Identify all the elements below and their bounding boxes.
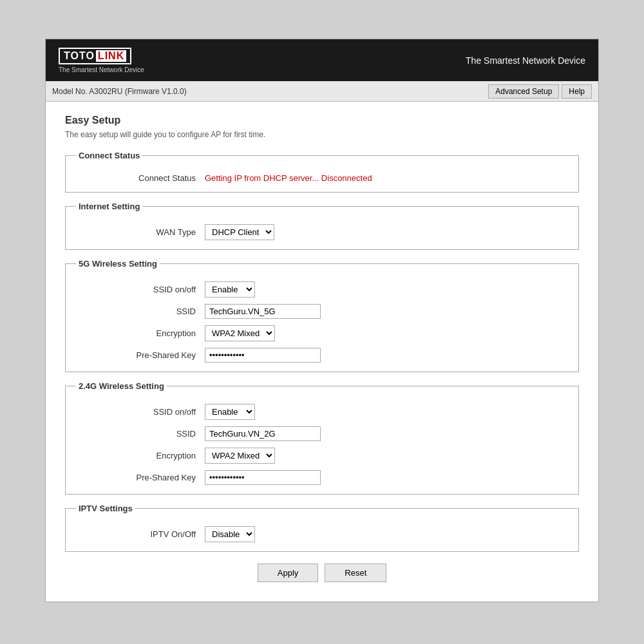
internet-setting-legend: Internet Setting [76, 202, 142, 211]
wireless-5g-legend: 5G Wireless Setting [76, 259, 160, 269]
logo-box: TOTO LINK [59, 48, 131, 64]
page-wrapper: TOTO LINK The Smartest Network Device Th… [45, 39, 599, 602]
24g-ssid-label: SSID [76, 429, 205, 439]
24g-ssid-onoff-select[interactable]: Enable Disable [205, 404, 255, 420]
header-tagline: The Smartest Network Device [466, 55, 585, 66]
5g-ssid-input[interactable] [205, 304, 321, 319]
header: TOTO LINK The Smartest Network Device Th… [46, 39, 598, 81]
24g-ssid-input[interactable] [205, 426, 321, 441]
logo-link: LINK [96, 50, 126, 62]
iptv-section: IPTV Settings IPTV On/Off Disable Enable [65, 504, 579, 552]
wan-type-row: WAN Type DHCP Client Static IP PPPoE [76, 224, 568, 240]
logo-tagline: The Smartest Network Device [59, 66, 144, 73]
internet-setting-section: Internet Setting WAN Type DHCP Client St… [65, 202, 579, 250]
5g-ssid-onoff-select[interactable]: Enable Disable [205, 281, 255, 298]
iptv-label: IPTV On/Off [76, 529, 205, 539]
wan-type-select[interactable]: DHCP Client Static IP PPPoE [205, 224, 274, 240]
iptv-row: IPTV On/Off Disable Enable [76, 526, 568, 542]
5g-encryption-row: Encryption WPA2 Mixed WPA2 WPA None [76, 325, 568, 341]
logo-area: TOTO LINK The Smartest Network Device [59, 48, 144, 73]
24g-ssid-row: SSID [76, 426, 568, 441]
help-button[interactable]: Help [562, 84, 592, 99]
connect-status-section: Connect Status Connect Status Getting IP… [65, 151, 579, 193]
logo-toto: TOTO [64, 50, 95, 62]
5g-psk-input[interactable] [205, 348, 321, 363]
toolbar-buttons: Advanced Setup Help [488, 84, 592, 99]
connect-status-legend: Connect Status [76, 151, 142, 160]
connect-status-value: Getting IP from DHCP server... Disconnec… [205, 173, 372, 183]
5g-psk-label: Pre-Shared Key [76, 350, 205, 360]
content-area: Easy Setup The easy setup will guide you… [46, 102, 598, 601]
24g-ssid-onoff-label: SSID on/off [76, 407, 205, 417]
iptv-select[interactable]: Disable Enable [205, 526, 255, 542]
page-title: Easy Setup [65, 115, 579, 126]
page-subtitle: The easy setup will guide you to configu… [65, 130, 579, 139]
24g-psk-label: Pre-Shared Key [76, 473, 205, 482]
toolbar: Model No. A3002RU (Firmware V1.0.0) Adva… [46, 81, 598, 102]
5g-ssid-onoff-row: SSID on/off Enable Disable [76, 281, 568, 298]
advanced-setup-button[interactable]: Advanced Setup [488, 84, 559, 99]
iptv-legend: IPTV Settings [76, 504, 135, 513]
5g-encryption-select[interactable]: WPA2 Mixed WPA2 WPA None [205, 325, 275, 341]
24g-encryption-label: Encryption [76, 451, 205, 460]
24g-encryption-select[interactable]: WPA2 Mixed WPA2 WPA None [205, 448, 275, 464]
reset-button[interactable]: Reset [325, 564, 386, 582]
5g-ssid-onoff-label: SSID on/off [76, 285, 205, 294]
wan-type-label: WAN Type [76, 227, 205, 237]
5g-ssid-label: SSID [76, 307, 205, 316]
apply-button[interactable]: Apply [258, 564, 319, 582]
5g-ssid-row: SSID [76, 304, 568, 319]
wireless-24g-legend: 2.4G Wireless Setting [76, 381, 167, 391]
24g-encryption-row: Encryption WPA2 Mixed WPA2 WPA None [76, 448, 568, 464]
24g-psk-row: Pre-Shared Key [76, 470, 568, 485]
connect-status-label: Connect Status [76, 173, 205, 183]
buttons-row: Apply Reset [65, 564, 579, 582]
5g-encryption-label: Encryption [76, 328, 205, 338]
wireless-5g-section: 5G Wireless Setting SSID on/off Enable D… [65, 259, 579, 372]
model-info: Model No. A3002RU (Firmware V1.0.0) [52, 87, 187, 96]
24g-psk-input[interactable] [205, 470, 321, 485]
24g-ssid-onoff-row: SSID on/off Enable Disable [76, 404, 568, 420]
wireless-24g-section: 2.4G Wireless Setting SSID on/off Enable… [65, 381, 579, 495]
connect-status-row: Connect Status Getting IP from DHCP serv… [76, 173, 568, 183]
5g-psk-row: Pre-Shared Key [76, 348, 568, 363]
